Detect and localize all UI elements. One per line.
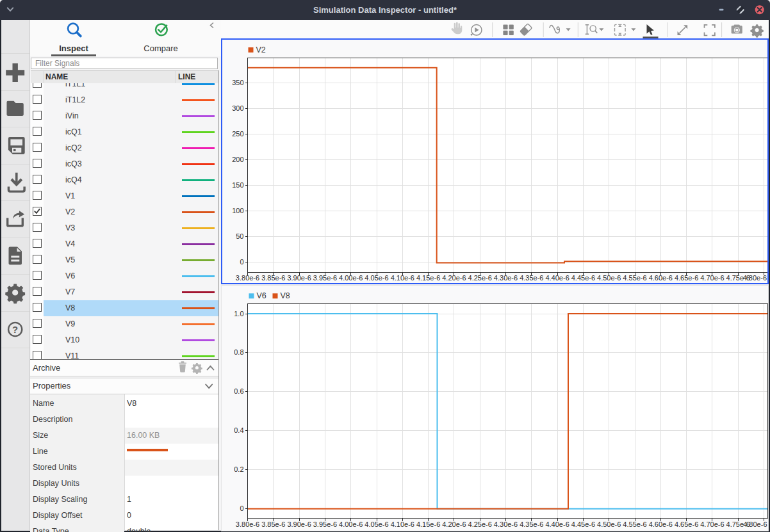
svg-text:4.70e-6: 4.70e-6 — [700, 274, 724, 282]
svg-text:1.0: 1.0 — [234, 310, 243, 318]
svg-text:250: 250 — [232, 130, 243, 138]
svg-text:4.70e-6: 4.70e-6 — [700, 520, 724, 528]
svg-text:4.00e-6: 4.00e-6 — [339, 274, 363, 282]
svg-text:4.45e-6: 4.45e-6 — [571, 520, 595, 528]
svg-text:4.35e-6: 4.35e-6 — [520, 520, 543, 528]
svg-text:4.10e-6: 4.10e-6 — [391, 520, 414, 528]
svg-text:4.25e-6: 4.25e-6 — [468, 520, 492, 528]
svg-text:4.30e-6: 4.30e-6 — [494, 520, 518, 528]
svg-text:3.80e-6: 3.80e-6 — [236, 520, 259, 528]
svg-text:4.20e-6: 4.20e-6 — [442, 520, 466, 528]
svg-text:0: 0 — [240, 504, 243, 512]
svg-text:V6: V6 — [257, 291, 266, 300]
svg-text:0.4: 0.4 — [234, 426, 243, 434]
svg-text:100: 100 — [232, 207, 243, 214]
svg-text:350: 350 — [232, 79, 243, 86]
svg-text:4.55e-6: 4.55e-6 — [623, 274, 646, 282]
svg-text:4.30e-6: 4.30e-6 — [494, 274, 518, 282]
svg-text:50: 50 — [236, 232, 243, 240]
svg-text:0.6: 0.6 — [234, 387, 243, 395]
svg-text:4.40e-6: 4.40e-6 — [545, 520, 569, 528]
svg-text:4.60e-6: 4.60e-6 — [649, 274, 673, 282]
svg-text:4.00e-6: 4.00e-6 — [339, 520, 363, 528]
svg-text:3.80e-6: 3.80e-6 — [236, 274, 259, 282]
svg-text:4.60e-6: 4.60e-6 — [649, 520, 673, 528]
svg-text:4.65e-6: 4.65e-6 — [675, 520, 698, 528]
svg-text:4.50e-6: 4.50e-6 — [597, 520, 621, 528]
svg-text:300: 300 — [232, 104, 243, 112]
svg-text:4.05e-6: 4.05e-6 — [365, 274, 388, 282]
svg-text:4.45e-6: 4.45e-6 — [571, 274, 595, 282]
svg-text:3.95e-6: 3.95e-6 — [313, 520, 337, 528]
svg-text:0.8: 0.8 — [234, 348, 243, 356]
svg-text:4.35e-6: 4.35e-6 — [520, 274, 543, 282]
svg-text:4.55e-6: 4.55e-6 — [623, 520, 646, 528]
svg-text:3.85e-6: 3.85e-6 — [261, 274, 285, 282]
svg-text:V2: V2 — [256, 45, 266, 54]
svg-text:3.95e-6: 3.95e-6 — [313, 274, 337, 282]
svg-text:3.90e-6: 3.90e-6 — [287, 520, 311, 528]
svg-text:4.15e-6: 4.15e-6 — [416, 520, 440, 528]
svg-text:4.25e-6: 4.25e-6 — [468, 274, 492, 282]
svg-text:4.15e-6: 4.15e-6 — [416, 274, 440, 282]
svg-text:4.10e-6: 4.10e-6 — [391, 274, 414, 282]
svg-text:?: ? — [12, 324, 18, 335]
svg-text:4.65e-6: 4.65e-6 — [675, 274, 698, 282]
svg-text:4.80e-6: 4.80e-6 — [743, 520, 767, 528]
svg-text:150: 150 — [232, 181, 243, 189]
svg-text:V8: V8 — [281, 291, 290, 300]
svg-text:4.80e-6: 4.80e-6 — [743, 274, 767, 282]
svg-text:0.2: 0.2 — [234, 465, 243, 473]
svg-text:4.50e-6: 4.50e-6 — [597, 274, 621, 282]
svg-text:3.85e-6: 3.85e-6 — [261, 520, 285, 528]
svg-text:0: 0 — [240, 258, 243, 266]
svg-text:3.90e-6: 3.90e-6 — [287, 274, 311, 282]
svg-text:200: 200 — [232, 156, 243, 163]
svg-text:4.05e-6: 4.05e-6 — [365, 520, 388, 528]
svg-text:4.20e-6: 4.20e-6 — [442, 274, 466, 282]
svg-text:4.40e-6: 4.40e-6 — [545, 274, 569, 282]
